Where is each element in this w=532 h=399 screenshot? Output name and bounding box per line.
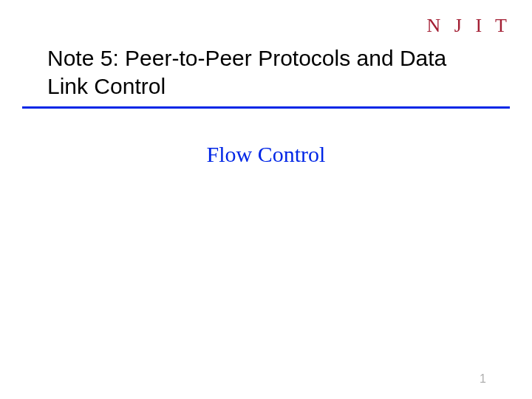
horizontal-divider xyxy=(22,106,510,109)
slide-subtitle: Flow Control xyxy=(0,142,532,167)
page-number: 1 xyxy=(480,372,486,386)
slide-title: Note 5: Peer-to-Peer Protocols and Data … xyxy=(47,44,485,100)
logo: N J I T xyxy=(427,15,511,37)
